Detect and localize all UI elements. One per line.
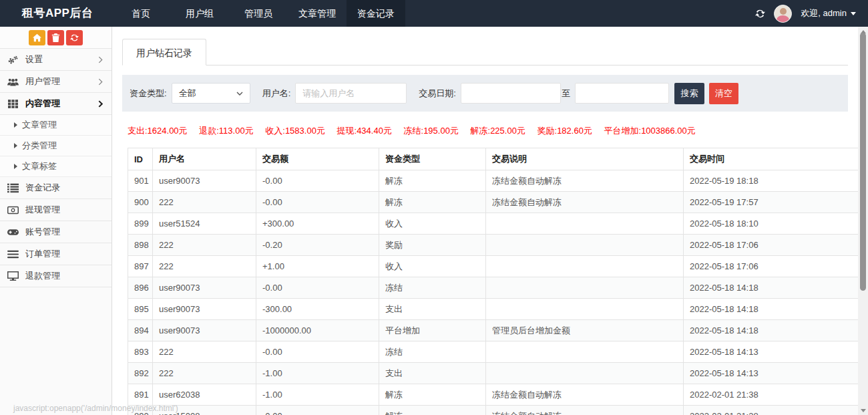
sidebar-item-label: 设置 — [25, 53, 98, 65]
nav-item[interactable]: 文章管理 — [288, 0, 347, 27]
desktop-icon — [7, 271, 19, 281]
cell-note — [486, 235, 684, 256]
fund-type-select[interactable]: 全部 — [172, 83, 250, 104]
caret-down-icon — [851, 12, 856, 15]
cell-fund-type: 冻结 — [379, 277, 486, 299]
cell-time: 2022-02-01 21:38 — [684, 406, 859, 415]
scrollbar-thumb[interactable] — [860, 33, 866, 291]
cell-username: 222 — [153, 363, 256, 384]
cell-id: 899 — [128, 213, 153, 235]
user-menu[interactable]: 欢迎, admin — [801, 7, 856, 19]
sidebar-menu-item[interactable]: 内容管理 — [0, 93, 112, 115]
cell-id: 895 — [128, 299, 153, 320]
fund-type-label: 资金类型: — [130, 88, 167, 100]
cell-amount: -1000000.00 — [256, 320, 379, 341]
cell-note — [486, 299, 684, 320]
cell-time: 2022-05-19 17:57 — [684, 192, 859, 213]
users-icon — [7, 77, 19, 87]
sidebar-menu-item[interactable]: 设置 — [0, 49, 112, 71]
refresh-icon[interactable] — [66, 30, 83, 45]
sidebar-submenu-item[interactable]: 文章标签 — [0, 156, 112, 177]
records-table: ID 用户名 交易额 资金类型 交易说明 交易时间 901 user90073 — [128, 148, 858, 415]
cell-username: 222 — [153, 256, 256, 277]
cell-time: 2022-05-18 17:06 — [684, 235, 859, 256]
date-from-input[interactable] — [461, 83, 561, 104]
cell-note: 冻结金额自动解冻 — [486, 170, 684, 192]
date-to-input[interactable] — [575, 83, 669, 104]
chevron-down-icon — [236, 92, 243, 96]
scroll-down-icon[interactable] — [858, 406, 868, 415]
nav-item[interactable]: 首页 — [112, 0, 170, 27]
cell-fund-type: 收入 — [379, 256, 486, 277]
cell-fund-type: 解冻 — [379, 170, 486, 192]
cell-fund-type: 平台增加 — [379, 320, 486, 341]
sidebar-submenu-item[interactable]: 分类管理 — [0, 136, 112, 156]
nav-item[interactable]: 用户组 — [170, 0, 229, 27]
refresh-icon[interactable] — [755, 9, 765, 19]
money-icon — [7, 205, 19, 215]
sidebar-menu-item[interactable]: 账号管理 — [0, 221, 112, 243]
cell-id: 892 — [128, 363, 153, 384]
summary-item: 冻结:195.00元 — [404, 126, 459, 136]
cell-username: 222 — [153, 235, 256, 256]
home-icon[interactable] — [29, 30, 45, 45]
cell-id: 893 — [128, 341, 153, 363]
sidebar: 设置 用户管理 内容管理 文章管理 — [0, 27, 112, 415]
submenu-item-label: 文章标签 — [22, 160, 57, 172]
date-to-label: 至 — [562, 88, 570, 100]
summary-item: 退款:113.00元 — [199, 126, 253, 136]
summary-item: 平台增加:1003866.00元 — [604, 126, 696, 136]
sidebar-menu-item[interactable]: 订单管理 — [0, 243, 112, 265]
sidebar-menu-lower: 资金记录 提现管理 账号管理 订单管理 退款管理 — [0, 177, 112, 287]
sidebar-menu-item[interactable]: 用户管理 — [0, 71, 112, 93]
cell-time: 2022-05-18 14:18 — [684, 277, 859, 299]
cell-id: 896 — [128, 277, 153, 299]
cell-username: user51524 — [153, 213, 256, 235]
nav-item[interactable]: 管理员 — [229, 0, 288, 27]
cell-username: user90073 — [153, 320, 256, 341]
vertical-scrollbar[interactable] — [858, 27, 868, 415]
cell-id: 891 — [128, 384, 153, 406]
cell-note: 管理员后台增加金额 — [486, 320, 684, 341]
cell-amount: -0.00 — [256, 192, 379, 213]
cell-amount: +300.00 — [256, 213, 379, 235]
caret-right-icon — [14, 143, 17, 148]
sidebar-quick-toolbar — [0, 27, 112, 49]
clear-button[interactable]: 清空 — [709, 83, 738, 104]
search-button[interactable]: 搜索 — [674, 83, 704, 104]
sidebar-item-label: 账号管理 — [25, 226, 103, 238]
cell-fund-type: 支出 — [379, 363, 486, 384]
cell-id: 900 — [128, 192, 153, 213]
sidebar-submenu: 文章管理 分类管理 文章标签 — [0, 115, 112, 177]
sidebar-menu-item[interactable]: 退款管理 — [0, 265, 112, 287]
cell-note — [486, 256, 684, 277]
trash-icon[interactable] — [47, 30, 64, 45]
nav-item[interactable]: 资金记录 — [347, 0, 405, 27]
sidebar-submenu-item[interactable]: 文章管理 — [0, 115, 112, 136]
table-row: 893 222 -0.00 冻结 2022-05-18 14:13 — [128, 341, 859, 363]
summary-item: 奖励:182.60元 — [537, 126, 592, 136]
cell-time: 2022-05-18 14:18 — [684, 320, 859, 341]
sidebar-item-label: 用户管理 — [25, 76, 98, 88]
list-icon — [7, 183, 19, 193]
username-input[interactable] — [295, 83, 407, 104]
avatar-body — [777, 15, 789, 23]
cell-fund-type: 解冻 — [379, 384, 486, 406]
app-brand[interactable]: 租号APP后台 — [22, 0, 93, 27]
table-row: 900 222 -0.00 解冻 冻结金额自动解冻 2022-05-19 17:… — [128, 192, 859, 213]
sidebar-menu-item[interactable]: 提现管理 — [0, 199, 112, 221]
sidebar-menu-item[interactable]: 资金记录 — [0, 177, 112, 199]
table-row: 890 user15008 -0.00 解冻 冻结金额自动解冻 2022-02-… — [128, 406, 859, 415]
caret-right-icon — [14, 122, 17, 128]
sidebar-item-label: 订单管理 — [25, 248, 103, 260]
cell-id: 901 — [128, 170, 153, 192]
cell-note: 冻结金额自动解冻 — [486, 406, 684, 415]
tab-user-diamond-records[interactable]: 用户钻石记录 — [122, 39, 206, 65]
avatar[interactable] — [774, 5, 792, 23]
navbar-right: 欢迎, admin — [755, 0, 856, 27]
summary-item: 提现:434.40元 — [337, 126, 392, 136]
tab-bar: 用户钻石记录 — [122, 39, 848, 65]
chevron-right-icon — [98, 78, 103, 86]
welcome-text: 欢迎, admin — [801, 7, 847, 19]
cell-username: user62038 — [153, 384, 256, 406]
